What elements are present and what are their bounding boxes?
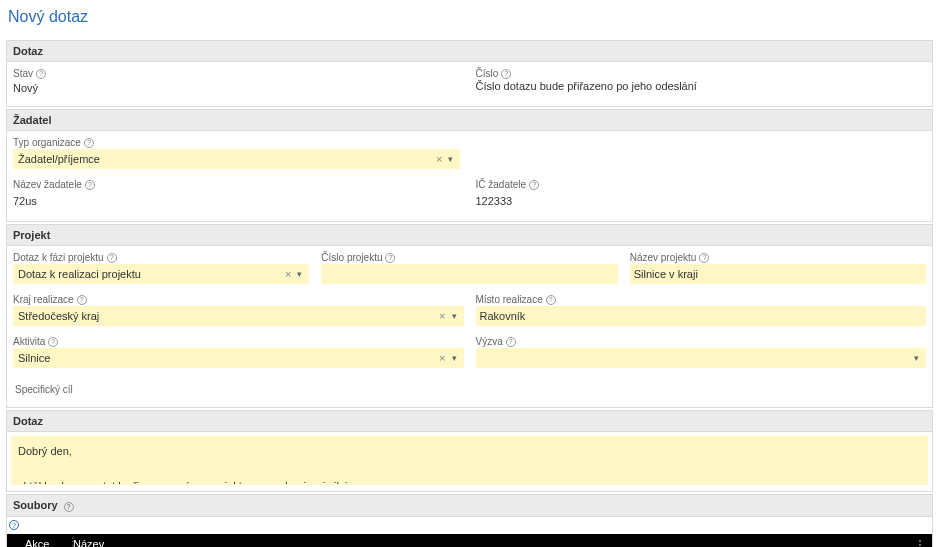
section-dotaz-info: Dotaz Stav ? Nový Číslo ? Číslo dotazu b… — [6, 40, 933, 107]
combo-clear-icon[interactable]: × — [435, 310, 449, 322]
chevron-down-icon[interactable]: ▾ — [450, 353, 459, 363]
chevron-down-icon[interactable]: ▾ — [446, 154, 455, 164]
label-typorg-text: Typ organizace — [13, 137, 81, 148]
help-icon[interactable]: ? — [506, 337, 516, 347]
field-cislo-projektu: Číslo projektu ? — [321, 252, 617, 284]
label-nazevproj-text: Název projektu — [630, 252, 697, 263]
label-aktivita-text: Aktivita — [13, 336, 45, 347]
label-aktivita: Aktivita ? — [13, 336, 464, 347]
field-stav: Stav ? Nový — [13, 68, 464, 96]
field-cislo: Číslo ? Číslo dotazu bude přiřazeno po j… — [476, 68, 927, 96]
combo-faze-projektu[interactable]: Dotaz k realizaci projektu × ▾ — [13, 264, 309, 284]
section-soubory: Soubory ? ? Akce ⋮ Název ⋮ — [6, 494, 933, 547]
combo-clear-icon[interactable]: × — [281, 268, 295, 280]
label-vyzva-text: Výzva — [476, 336, 503, 347]
help-icon[interactable]: ? — [48, 337, 58, 347]
combo-vyzva[interactable]: ▾ — [476, 348, 927, 368]
help-icon-inner: ? — [9, 520, 19, 530]
help-icon[interactable]: ? — [84, 138, 94, 148]
help-icon[interactable]: ? — [501, 69, 511, 79]
field-nazev-zadatele: Název žadatele ? — [13, 179, 464, 211]
col-header-akce[interactable]: Akce — [7, 534, 67, 547]
help-icon[interactable]: ? — [7, 517, 932, 535]
chevron-down-icon[interactable]: ▾ — [450, 311, 459, 321]
field-faze-projektu: Dotaz k fázi projektu ? Dotaz k realizac… — [13, 252, 309, 284]
combo-kraj-realizace[interactable]: Středočeský kraj × ▾ — [13, 306, 464, 326]
help-icon[interactable]: ? — [107, 253, 117, 263]
value-stav: Nový — [13, 80, 464, 96]
combo-faze-value: Dotaz k realizaci projektu — [18, 268, 281, 280]
files-table: Akce ⋮ Název ⋮ — [7, 534, 932, 547]
field-kraj-realizace: Kraj realizace ? Středočeský kraj × ▾ — [13, 294, 464, 326]
section-header-dotaz: Dotaz — [7, 41, 932, 62]
label-faze-text: Dotaz k fázi projektu — [13, 252, 104, 263]
field-typ-organizace: Typ organizace ? Žadatel/příjemce × ▾ — [13, 137, 460, 169]
input-nazev-projektu[interactable] — [630, 264, 926, 284]
input-ic-zadatele[interactable] — [476, 191, 927, 211]
label-kraj: Kraj realizace ? — [13, 294, 464, 305]
section-projekt: Projekt Dotaz k fázi projektu ? Dotaz k … — [6, 224, 933, 408]
section-header-soubory: Soubory ? — [7, 495, 932, 517]
label-kraj-text: Kraj realizace — [13, 294, 74, 305]
label-typ-organizace: Typ organizace ? — [13, 137, 460, 148]
section-header-dotaz2: Dotaz — [7, 411, 932, 432]
help-icon[interactable]: ? — [546, 295, 556, 305]
label-specificky-cil: Specifický cíl — [13, 378, 926, 397]
combo-typ-organizace[interactable]: Žadatel/příjemce × ▾ — [13, 149, 460, 169]
label-nazev-zadatele: Název žadatele ? — [13, 179, 464, 190]
input-nazev-zadatele[interactable] — [13, 191, 464, 211]
value-cislo-hint: Číslo dotazu bude přiřazeno po jeho odes… — [476, 80, 927, 92]
col-header-nazev[interactable]: ⋮ Název ⋮ — [67, 534, 932, 547]
field-nazev-projektu: Název projektu ? — [630, 252, 926, 284]
label-misto: Místo realizace ? — [476, 294, 927, 305]
label-vyzva: Výzva ? — [476, 336, 927, 347]
input-cislo-projektu[interactable] — [321, 264, 617, 284]
col-akce-text: Akce — [13, 538, 49, 547]
section-header-zadatel: Žadatel — [7, 110, 932, 131]
files-header-row: Akce ⋮ Název ⋮ — [7, 534, 932, 547]
help-icon[interactable]: ? — [699, 253, 709, 263]
label-cislo-projektu: Číslo projektu ? — [321, 252, 617, 263]
input-misto-realizace[interactable] — [476, 306, 927, 326]
help-icon[interactable]: ? — [77, 295, 87, 305]
chevron-down-icon[interactable]: ▾ — [912, 353, 921, 363]
help-icon[interactable]: ? — [36, 69, 46, 79]
label-ic-text: IČ žadatele — [476, 179, 527, 190]
combo-aktivita-value: Silnice — [18, 352, 435, 364]
field-ic-zadatele: IČ žadatele ? — [476, 179, 927, 211]
help-icon[interactable]: ? — [385, 253, 395, 263]
label-ic-zadatele: IČ žadatele ? — [476, 179, 927, 190]
section-zadatel: Žadatel Typ organizace ? Žadatel/příjemc… — [6, 109, 933, 222]
combo-typorg-value: Žadatel/příjemce — [18, 153, 432, 165]
col-menu-icon[interactable]: ⋮ — [914, 538, 926, 547]
chevron-down-icon[interactable]: ▾ — [295, 269, 304, 279]
label-misto-text: Místo realizace — [476, 294, 543, 305]
combo-clear-icon[interactable]: × — [432, 153, 446, 165]
label-cislo: Číslo ? — [476, 68, 927, 79]
field-misto-realizace: Místo realizace ? — [476, 294, 927, 326]
section-dotaz-text: Dotaz — [6, 410, 933, 492]
field-aktivita: Aktivita ? Silnice × ▾ — [13, 336, 464, 368]
section-header-soubory-text: Soubory — [13, 499, 58, 511]
field-vyzva: Výzva ? ▾ — [476, 336, 927, 368]
page-title: Nový dotaz — [8, 8, 933, 26]
col-separator-icon: ⋮ — [67, 536, 78, 547]
section-header-projekt: Projekt — [7, 225, 932, 246]
label-nazevzad-text: Název žadatele — [13, 179, 82, 190]
help-icon[interactable]: ? — [64, 502, 74, 512]
label-faze: Dotaz k fázi projektu ? — [13, 252, 309, 263]
label-stav-text: Stav — [13, 68, 33, 79]
label-stav: Stav ? — [13, 68, 464, 79]
help-icon[interactable]: ? — [85, 180, 95, 190]
help-icon[interactable]: ? — [529, 180, 539, 190]
label-cislo-text: Číslo — [476, 68, 499, 79]
label-cisloproj-text: Číslo projektu — [321, 252, 382, 263]
combo-aktivita[interactable]: Silnice × ▾ — [13, 348, 464, 368]
combo-kraj-value: Středočeský kraj — [18, 310, 435, 322]
textarea-dotaz[interactable] — [11, 436, 928, 485]
label-nazev-projektu: Název projektu ? — [630, 252, 926, 263]
combo-clear-icon[interactable]: × — [435, 352, 449, 364]
